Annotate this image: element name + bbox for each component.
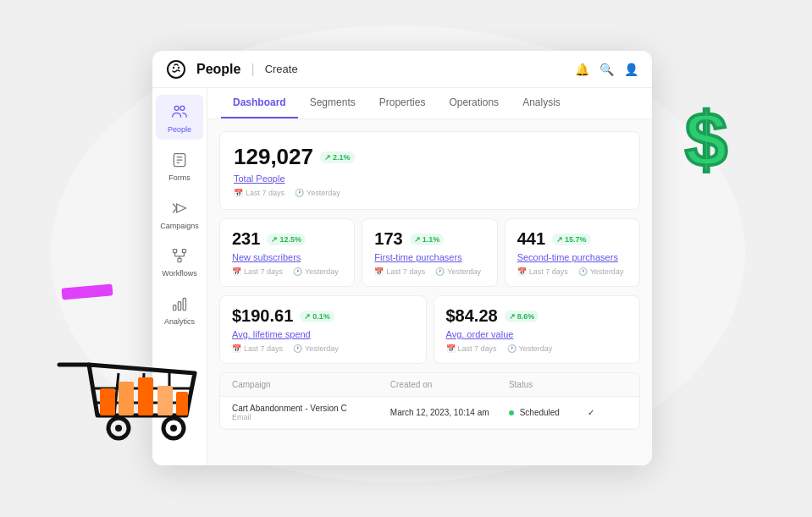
- tab-operations[interactable]: Operations: [437, 88, 511, 118]
- calendar-icon: 📅: [374, 267, 384, 276]
- avg-order-label[interactable]: Avg. order value: [446, 329, 628, 339]
- first-time-purchasers-card: 173 ↗ 1.1% First-time purchasers 📅 Last …: [362, 218, 497, 287]
- total-people-stat-row: 129,027 ↗ 2.1%: [234, 144, 626, 170]
- divider: |: [251, 62, 254, 77]
- col-status: Status: [509, 380, 588, 389]
- first-time-purchasers-label[interactable]: First-time purchasers: [374, 252, 484, 262]
- clock-icon: 🕐: [293, 344, 302, 353]
- cell-status: Scheduled: [509, 408, 588, 417]
- svg-rect-6: [100, 388, 115, 415]
- avg-lifetime-spend-card: $190.61 ↗ 0.1% Avg. lifetime spend 📅 Las…: [219, 295, 427, 364]
- top-bar-icons: 🔔 🔍 👤: [575, 63, 638, 76]
- main-content: Dashboard Segments Properties Operations…: [207, 88, 652, 465]
- tab-segments[interactable]: Segments: [298, 88, 367, 118]
- sidebar-analytics-label: Analytics: [164, 317, 195, 327]
- forms-icon: [168, 148, 191, 172]
- tabs-bar: Dashboard Segments Properties Operations…: [207, 88, 652, 119]
- avg-lifetime-stat-row: $190.61 ↗ 0.1%: [232, 306, 414, 326]
- tab-properties[interactable]: Properties: [367, 88, 438, 118]
- col-created-on: Created on: [390, 380, 509, 389]
- clock-icon: 🕐: [578, 267, 588, 276]
- status-text: Scheduled: [520, 408, 560, 417]
- content-area: People Forms: [152, 88, 652, 465]
- stats-grid-2: $190.61 ↗ 0.1% Avg. lifetime spend 📅 Las…: [219, 295, 640, 364]
- new-subscribers-value: 231: [232, 229, 260, 249]
- svg-point-16: [173, 66, 174, 68]
- col-action: [588, 380, 627, 389]
- svg-point-14: [170, 425, 177, 432]
- campaigns-icon: [168, 196, 191, 220]
- sidebar-item-people[interactable]: People: [156, 95, 203, 140]
- table-header: Campaign Created on Status: [220, 373, 639, 397]
- svg-rect-8: [138, 377, 153, 415]
- total-people-card: 129,027 ↗ 2.1% Total People 📅 Last 7 day…: [219, 131, 640, 210]
- sidebar-item-workflows[interactable]: Workflows: [156, 239, 203, 283]
- total-people-meta: 📅 Last 7 days 🕐 Yesterday: [234, 189, 626, 197]
- calendar-icon: 📅: [446, 344, 456, 353]
- shopping-cart-decoration: [51, 331, 220, 500]
- bell-icon[interactable]: 🔔: [575, 63, 589, 76]
- clock-icon: 🕐: [293, 267, 302, 276]
- calendar-icon: 📅: [234, 189, 243, 197]
- arrow-up-icon: ↗: [509, 312, 516, 321]
- second-time-purchasers-label[interactable]: Second-time purchasers: [517, 252, 627, 262]
- clock-icon: 🕐: [295, 189, 304, 197]
- user-icon[interactable]: 👤: [624, 63, 638, 76]
- create-button[interactable]: Create: [265, 63, 298, 75]
- second-time-purchasers-card: 441 ↗ 15.7% Second-time purchasers 📅 Las…: [505, 218, 640, 287]
- tab-dashboard[interactable]: Dashboard: [221, 88, 298, 118]
- second-time-purchasers-stat-row: 441 ↗ 15.7%: [517, 229, 627, 249]
- top-bar: People | Create 🔔 🔍 👤: [152, 51, 652, 88]
- sidebar-item-analytics[interactable]: Analytics: [156, 287, 203, 332]
- first-time-purchasers-badge: ↗ 1.1%: [410, 234, 445, 245]
- dashboard-content: 129,027 ↗ 2.1% Total People 📅 Last 7 day…: [207, 119, 652, 442]
- total-people-label[interactable]: Total People: [234, 173, 626, 184]
- cell-action[interactable]: ✓: [588, 408, 627, 417]
- page-title: People: [196, 62, 240, 77]
- svg-rect-9: [157, 386, 173, 415]
- table-row[interactable]: Cart Abandonment - Version C Email March…: [220, 397, 639, 429]
- avg-lifetime-badge: ↗ 0.1%: [300, 311, 334, 322]
- sidebar-campaigns-label: Campaigns: [160, 222, 199, 231]
- avg-order-meta: 📅 Last 7 days 🕐 Yesterday: [446, 344, 628, 353]
- arrow-up-icon: ↗: [324, 153, 331, 162]
- first-time-purchasers-value: 173: [374, 229, 402, 249]
- calendar-icon: 📅: [517, 267, 527, 276]
- cell-campaign: Cart Abandonment - Version C Email: [232, 404, 390, 421]
- avg-order-badge: ↗ 8.6%: [505, 311, 539, 322]
- svg-rect-26: [178, 259, 181, 262]
- svg-rect-25: [182, 250, 185, 253]
- new-subscribers-stat-row: 231 ↗ 12.5%: [232, 229, 342, 249]
- campaign-section: Campaign Created on Status Cart Abandonm…: [219, 372, 640, 430]
- svg-rect-32: [178, 302, 180, 311]
- svg-point-19: [180, 106, 185, 110]
- tab-analysis[interactable]: Analysis: [511, 88, 572, 118]
- second-time-purchasers-badge: ↗ 15.7%: [552, 234, 591, 245]
- new-subscribers-label[interactable]: New subscribers: [232, 252, 342, 262]
- avg-lifetime-meta: 📅 Last 7 days 🕐 Yesterday: [232, 344, 414, 353]
- svg-rect-31: [174, 305, 176, 311]
- svg-point-15: [168, 61, 185, 78]
- calendar-icon: 📅: [232, 267, 241, 276]
- status-dot: [509, 410, 514, 415]
- campaign-name: Cart Abandonment - Version C: [232, 404, 390, 413]
- first-time-purchasers-meta: 📅 Last 7 days 🕐 Yesterday: [374, 267, 484, 276]
- arrow-up-icon: ↗: [304, 312, 311, 321]
- stats-grid-3: 231 ↗ 12.5% New subscribers 📅 Last 7 day…: [219, 218, 640, 287]
- avg-lifetime-label[interactable]: Avg. lifetime spend: [232, 329, 414, 339]
- analytics-icon: [168, 292, 191, 316]
- sidebar-workflows-label: Workflows: [162, 269, 196, 278]
- avg-order-value-card: $84.28 ↗ 8.6% Avg. order value 📅 Last 7 …: [434, 295, 641, 364]
- search-icon[interactable]: 🔍: [599, 63, 614, 76]
- svg-point-13: [115, 425, 122, 432]
- sidebar-item-forms[interactable]: Forms: [156, 143, 203, 188]
- avg-lifetime-value: $190.61: [232, 306, 293, 326]
- new-subscribers-badge: ↗ 12.5%: [267, 234, 306, 245]
- sidebar-item-campaigns[interactable]: Campaigns: [156, 191, 203, 236]
- total-people-badge: ↗ 2.1%: [320, 151, 355, 163]
- new-subscribers-meta: 📅 Last 7 days 🕐 Yesterday: [232, 267, 342, 276]
- arrow-up-icon: ↗: [556, 235, 563, 244]
- avg-order-value: $84.28: [446, 306, 498, 326]
- campaign-type: Email: [232, 413, 390, 421]
- arrow-up-icon: ↗: [414, 235, 421, 244]
